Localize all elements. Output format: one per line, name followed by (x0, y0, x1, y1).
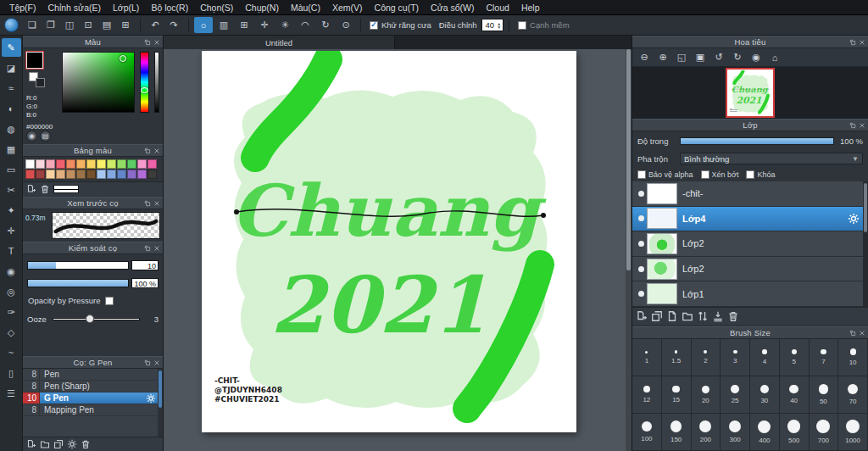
redo-icon[interactable]: ↷ (164, 17, 183, 33)
brush-size-cell[interactable]: 1.5 (662, 339, 692, 376)
transfer-layer-icon[interactable] (666, 310, 678, 322)
divide-tool[interactable]: ☰ (2, 384, 21, 403)
lock-layer-checkbox[interactable]: Khóa (746, 170, 775, 179)
scrollbar-thumb[interactable] (864, 183, 867, 232)
color-swatch[interactable] (36, 159, 45, 169)
menu-item[interactable]: Công cụ(T) (369, 0, 426, 15)
brush-size-cell[interactable]: 150 (662, 414, 692, 451)
opacity-by-pressure-checkbox[interactable]: Opacity by Pressure (28, 296, 159, 305)
curve-snap-icon[interactable]: ◠ (296, 17, 314, 33)
scrollbar-thumb[interactable] (626, 49, 631, 270)
add-color-icon[interactable] (26, 184, 36, 194)
duplicate-layer-icon[interactable] (651, 310, 663, 322)
color-swatch[interactable] (25, 159, 35, 169)
brush-size-cell[interactable]: 3 (721, 339, 750, 376)
color-swatch[interactable] (86, 170, 96, 179)
brush-size-cell[interactable]: 40 (780, 376, 810, 414)
layer-item[interactable]: Lớp1 (632, 281, 868, 307)
color-swatch[interactable] (66, 159, 75, 169)
default-color-chip-black[interactable] (36, 78, 45, 87)
menu-item[interactable]: Cửa sổ(W) (425, 0, 480, 15)
bucket-tool[interactable]: ◍ (2, 120, 21, 138)
antialias-checkbox[interactable]: Khử răng cưa (370, 20, 431, 30)
color-swatch[interactable] (117, 159, 126, 169)
undock-icon[interactable] (144, 39, 151, 46)
close-panel-icon[interactable] (153, 245, 160, 252)
rotate-left-icon[interactable]: ↺ (710, 50, 727, 65)
ellipse-select-icon[interactable]: ○ (194, 17, 213, 33)
layer-visibility-icon[interactable] (635, 215, 647, 221)
brush-size-cell[interactable]: 1 (632, 339, 662, 376)
brush-size-cell[interactable]: 10 (838, 339, 868, 376)
menu-item[interactable]: Xem(V) (326, 0, 369, 15)
pan-tool[interactable]: ◉ (2, 262, 21, 281)
color-swatch[interactable] (56, 170, 65, 179)
color-bar-toggle-icon[interactable]: ▤ (40, 131, 51, 142)
brush-settings-gear-icon[interactable] (146, 393, 156, 404)
radial-snap-icon[interactable]: ✳ (275, 17, 294, 33)
brush-size-cell[interactable]: 12 (632, 376, 662, 414)
color-swatch[interactable] (147, 159, 157, 169)
color-swatch[interactable] (46, 170, 55, 179)
color-swatch[interactable] (56, 159, 65, 169)
ooze-slider-knob[interactable] (86, 315, 94, 323)
layer-visibility-icon[interactable] (635, 266, 647, 272)
close-panel-icon[interactable] (153, 39, 160, 46)
color-swatch[interactable] (107, 170, 116, 179)
brush-item[interactable]: 8 Mapping Pen (23, 404, 163, 416)
undock-icon[interactable] (144, 200, 151, 207)
add-brush-icon[interactable] (26, 439, 36, 449)
brush-size-cell[interactable]: 30 (750, 376, 780, 414)
color-swatch[interactable] (25, 170, 35, 179)
scrollbar-thumb[interactable] (159, 370, 162, 408)
home-view-icon[interactable]: ⌂ (766, 50, 783, 65)
menu-item[interactable]: Tệp(F) (3, 0, 42, 15)
dodge-tool[interactable]: ◐ (2, 99, 21, 118)
ooze-slider[interactable] (53, 314, 140, 324)
zoom-100-icon[interactable]: ▣ (692, 50, 709, 65)
spinner-arrows-icon[interactable]: ▲▼ (497, 22, 501, 29)
color-swatch[interactable] (127, 159, 136, 169)
curve-tool[interactable]: ~ (2, 343, 21, 362)
layer-settings-gear-icon[interactable] (848, 213, 860, 225)
layer-visibility-icon[interactable] (635, 241, 647, 247)
menu-item[interactable]: Cloud (480, 0, 515, 15)
delete-color-icon[interactable] (40, 184, 50, 194)
layer-visibility-icon[interactable] (635, 291, 647, 297)
shape-tool[interactable]: ◇ (2, 323, 21, 342)
color-swatch[interactable] (46, 159, 55, 169)
brush-size-cell[interactable]: 5 (780, 339, 810, 376)
color-swatch[interactable] (66, 170, 75, 179)
brush-size-cell[interactable]: 400 (750, 414, 780, 451)
close-panel-icon[interactable] (859, 330, 865, 337)
clipping-checkbox[interactable]: Xén bớt (701, 170, 739, 179)
brush-size-cell[interactable]: 70 (838, 376, 868, 414)
layer-item[interactable]: Lớp2 (632, 231, 868, 257)
brush-size-value[interactable]: 10 (131, 260, 159, 270)
brush-size-cell[interactable]: 50 (810, 376, 839, 414)
eyedropper-tool[interactable]: ✑ (2, 303, 21, 321)
menu-item[interactable]: Lớp(L) (107, 0, 145, 15)
duplicate-brush-icon[interactable] (53, 439, 64, 449)
menu-item[interactable]: Bộ lọc(R) (145, 0, 194, 15)
brush-size-cell[interactable]: 2 (692, 339, 721, 376)
close-panel-icon[interactable] (153, 200, 160, 207)
brush-folder-icon[interactable] (40, 439, 50, 449)
brush-settings-icon[interactable] (67, 439, 77, 449)
layer-visibility-icon[interactable] (635, 191, 647, 197)
brush-list-scrollbar[interactable] (158, 369, 163, 437)
protect-alpha-checkbox[interactable]: Bảo vệ alpha (637, 170, 693, 179)
layer-item[interactable]: Lớp4 (632, 207, 868, 232)
undock-icon[interactable] (849, 330, 856, 337)
color-swatch[interactable] (76, 159, 86, 169)
reorder-layer-icon[interactable] (697, 310, 709, 322)
brush-size-cell[interactable]: 200 (692, 414, 721, 451)
menu-item[interactable]: Chỉnh sửa(E) (42, 0, 107, 15)
brush-item[interactable]: 10 G Pen (23, 393, 163, 404)
color-swatch[interactable] (137, 159, 147, 169)
material-panel-icon[interactable]: ▤ (97, 17, 116, 33)
rotate-right-icon[interactable]: ↻ (729, 50, 746, 65)
layer-list-scrollbar[interactable] (863, 181, 868, 307)
color-swatch[interactable] (127, 170, 136, 179)
brush-opacity-value[interactable]: 100 % (131, 278, 159, 288)
